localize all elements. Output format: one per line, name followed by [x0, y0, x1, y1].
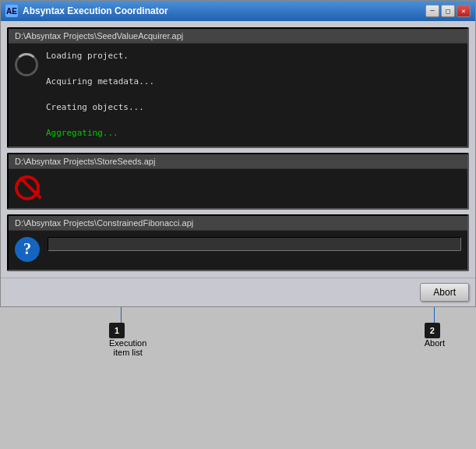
log-line-1: Loading project. [46, 50, 461, 63]
panel-3-body: ? [9, 231, 467, 270]
log-line-3: Creating objects... [46, 101, 461, 115]
panel-1-log: Loading project. Acquiring metadata... C… [46, 50, 461, 140]
bottom-bar: Abort [1, 278, 475, 306]
annotation-line-1 [121, 307, 122, 323]
panel-3-progress [48, 237, 461, 251]
panel-3-header: D:\Absyntax Projects\ConstrainedFibonacc… [9, 216, 467, 231]
spinner-icon [15, 53, 38, 76]
window-icon: AE [5, 5, 18, 17]
execution-item-list: D:\Absyntax Projects\SeedValueAcquirer.a… [1, 21, 475, 278]
panel-2-body [9, 169, 467, 208]
close-button[interactable]: ✕ [457, 5, 471, 17]
maximize-button[interactable]: □ [441, 5, 455, 17]
panel-1-body: Loading project. Acquiring metadata... C… [9, 44, 467, 147]
panel-1: D:\Absyntax Projects\SeedValueAcquirer.a… [7, 27, 469, 148]
minimize-button[interactable]: ─ [425, 5, 439, 17]
annotation-area: 1 Executionitem list 2 Abort [0, 307, 476, 331]
annotation-badge-1: 1 [109, 323, 125, 338]
question-icon: ? [15, 237, 40, 262]
annotation-line-2 [434, 307, 435, 323]
log-line-4: Aggregating... [46, 127, 461, 140]
panel-3: D:\Absyntax Projects\ConstrainedFibonacc… [7, 214, 469, 271]
abort-button[interactable]: Abort [420, 283, 469, 302]
panel-2: D:\Absyntax Projects\StoreSeeds.apj [7, 153, 469, 210]
window-controls: ─ □ ✕ [425, 5, 471, 17]
annotation-item-1: 1 Executionitem list [109, 323, 146, 357]
window-title: Absyntax Execution Coordinator [23, 5, 425, 16]
annotation-label-2: Abort [425, 338, 445, 348]
title-bar: AE Absyntax Execution Coordinator ─ □ ✕ [1, 1, 475, 21]
annotation-item-2: 2 Abort [425, 323, 445, 348]
progress-bar-background [48, 237, 461, 251]
panel-2-header: D:\Absyntax Projects\StoreSeeds.apj [9, 154, 467, 169]
annotation-badge-2: 2 [425, 323, 440, 338]
prohibited-icon [15, 175, 40, 200]
log-line-2: Acquiring metadata... [46, 76, 461, 89]
main-window: AE Absyntax Execution Coordinator ─ □ ✕ … [0, 0, 476, 307]
panel-1-header: D:\Absyntax Projects\SeedValueAcquirer.a… [9, 29, 467, 44]
annotation-label-1: Executionitem list [109, 338, 146, 357]
